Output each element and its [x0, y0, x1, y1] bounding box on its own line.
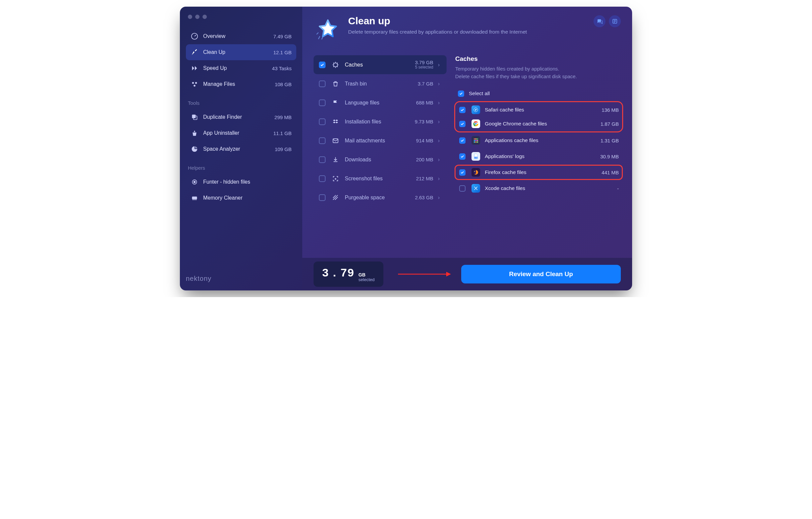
sidebar-item-duplicate-finder[interactable]: Duplicate Finder 299 MB — [186, 109, 296, 125]
svg-rect-17 — [475, 138, 476, 139]
broom-icon — [191, 48, 199, 56]
detail-desc-line1: Temporary hidden files created by applic… — [455, 65, 622, 73]
star-icon — [314, 15, 342, 44]
sidebar-item-speedup[interactable]: Speed Up 43 Tasks — [186, 60, 296, 76]
sidebar-item-space-analyzer[interactable]: Space Analyzer 109 GB — [186, 141, 296, 157]
svg-text:LOG: LOG — [474, 157, 477, 159]
file-row-chrome[interactable]: Google Chrome cache files 1.87 GB — [455, 117, 622, 131]
news-button[interactable] — [609, 15, 621, 27]
checkbox[interactable] — [319, 175, 325, 182]
traffic-minimize[interactable] — [195, 15, 200, 19]
checkbox[interactable] — [459, 185, 466, 192]
sidebar: Overview 7.49 GB Clean Up 12.1 GB Speed … — [180, 7, 302, 291]
category-size: 914 MB — [416, 138, 433, 143]
footer: 3 . 79 GB selected Review and Clean Up — [302, 258, 632, 291]
svg-rect-8 — [192, 197, 197, 199]
category-language[interactable]: Language files 688 MB › — [314, 93, 446, 112]
file-row-apps-logs[interactable]: LOG Applications' logs 30.9 MB — [455, 149, 622, 163]
review-cleanup-button[interactable]: Review and Clean Up — [461, 265, 621, 283]
checkbox[interactable] — [319, 118, 325, 125]
uninstall-icon — [191, 129, 199, 137]
sidebar-value: 11.1 GB — [273, 130, 292, 136]
category-trash[interactable]: Trash bin 3.7 GB › — [314, 74, 446, 93]
checkbox[interactable] — [459, 107, 466, 113]
sidebar-label: Manage Files — [203, 81, 235, 87]
category-purgeable[interactable]: Purgeable space 2.63 GB › — [314, 188, 446, 207]
chevron-right-icon: › — [438, 176, 441, 182]
checkbox[interactable] — [319, 156, 325, 163]
checkbox[interactable] — [319, 100, 325, 106]
total-selected: 3 . 79 GB selected — [314, 262, 383, 287]
sidebar-item-app-uninstaller[interactable]: App Uninstaller 11.1 GB — [186, 125, 296, 141]
gauge-icon — [191, 32, 199, 40]
firefox-icon — [471, 168, 480, 177]
select-all-label: Select all — [469, 90, 490, 97]
category-size: 9.73 MB — [415, 119, 433, 125]
file-row-xcode[interactable]: Xcode cache files - — [455, 181, 622, 195]
traffic-close[interactable] — [188, 15, 192, 19]
svg-point-3 — [194, 85, 196, 87]
hatch-icon — [331, 194, 340, 201]
file-size: 136 MB — [602, 107, 619, 113]
checkbox[interactable] — [319, 137, 325, 144]
app-window: Overview 7.49 GB Clean Up 12.1 GB Speed … — [180, 7, 632, 291]
sidebar-value: 299 MB — [274, 114, 292, 120]
file-row-safari[interactable]: Safari cache files 136 MB — [455, 103, 622, 117]
sidebar-item-cleanup[interactable]: Clean Up 12.1 GB — [186, 44, 296, 60]
select-all-row[interactable]: Select all — [455, 87, 622, 100]
category-label: Screenshot files — [345, 176, 383, 182]
checkbox[interactable] — [459, 169, 466, 176]
category-label: Purgeable space — [345, 195, 385, 200]
sidebar-label: Memory Cleaner — [203, 195, 242, 201]
category-size: 212 MB — [416, 176, 433, 181]
category-label: Language files — [345, 100, 379, 106]
apps-grid-icon — [471, 136, 480, 145]
sidebar-value: 7.49 GB — [273, 34, 292, 39]
file-row-apps-cache[interactable]: Applications cache files 1.31 GB — [455, 133, 622, 147]
checkbox[interactable] — [458, 90, 464, 97]
total-meta: GB selected — [358, 272, 374, 282]
checkbox[interactable] — [459, 153, 466, 160]
sidebar-item-overview[interactable]: Overview 7.49 GB — [186, 28, 296, 44]
page-title: Clean up — [348, 15, 527, 27]
svg-rect-19 — [474, 140, 475, 141]
target-icon — [191, 178, 199, 186]
checkbox[interactable] — [319, 61, 325, 68]
category-caches[interactable]: Caches 3.79 GB5 selected › — [314, 55, 446, 74]
category-size: 2.63 GB — [415, 195, 433, 200]
total-amount: 3 . 79 — [322, 266, 354, 279]
chevron-right-icon: › — [438, 195, 441, 200]
sidebar-label: Overview — [203, 33, 226, 39]
file-size: - — [617, 186, 619, 191]
sidebar-value: 109 GB — [274, 146, 292, 152]
checkbox[interactable] — [459, 137, 466, 144]
sidebar-value: 12.1 GB — [273, 50, 292, 55]
chat-button[interactable] — [593, 15, 606, 27]
svg-rect-22 — [474, 141, 475, 142]
chip-icon — [331, 61, 340, 69]
svg-rect-21 — [477, 140, 478, 141]
chevron-right-icon: › — [438, 81, 441, 87]
sidebar-item-memory-cleaner[interactable]: Memory Cleaner — [186, 190, 296, 206]
category-mail[interactable]: Mail attachments 914 MB › — [314, 131, 446, 150]
sidebar-item-managefiles[interactable]: Manage Files 108 GB — [186, 76, 296, 92]
sidebar-section-helpers: Helpers — [188, 165, 296, 171]
file-size: 1.87 GB — [601, 121, 619, 127]
category-label: Downloads — [345, 157, 371, 163]
category-installation[interactable]: Installation files 9.73 MB › — [314, 112, 446, 131]
checkbox[interactable] — [319, 194, 325, 201]
sidebar-item-funter[interactable]: Funter - hidden files — [186, 174, 296, 190]
sidebar-label: Space Analyzer — [203, 146, 240, 152]
category-size: 688 MB — [416, 100, 433, 106]
hex-icon — [191, 80, 199, 88]
checkbox[interactable] — [319, 81, 325, 87]
traffic-zoom[interactable] — [203, 15, 207, 19]
category-label: Caches — [345, 62, 363, 68]
checkbox[interactable] — [459, 121, 466, 127]
file-size: 441 MB — [602, 170, 619, 175]
category-screenshot[interactable]: Screenshot files 212 MB › — [314, 169, 446, 188]
file-name: Firefox cache files — [485, 169, 526, 175]
sidebar-label: Duplicate Finder — [203, 114, 242, 120]
category-downloads[interactable]: Downloads 200 MB › — [314, 150, 446, 169]
file-row-firefox[interactable]: Firefox cache files 441 MB — [455, 165, 622, 179]
